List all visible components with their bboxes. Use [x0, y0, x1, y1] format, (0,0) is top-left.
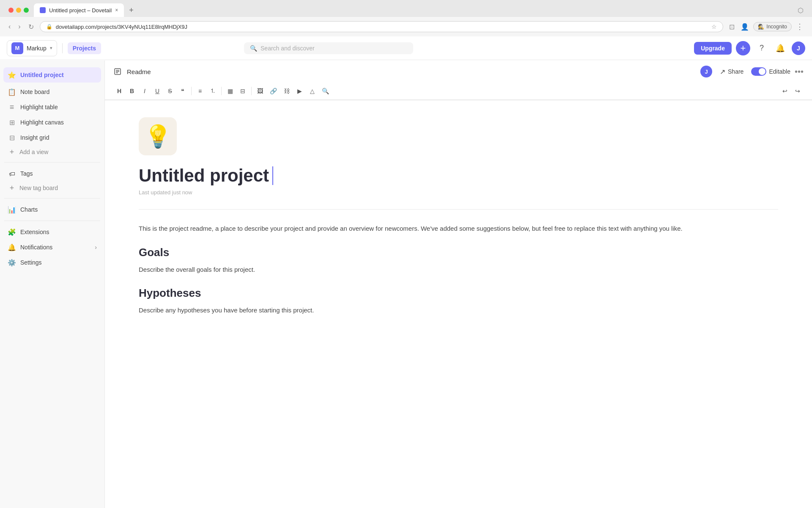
- sidebar-item-insight-grid[interactable]: ⊟ Insight grid: [3, 130, 101, 145]
- editor-content-area[interactable]: 💡 Untitled project Last updated just now…: [105, 100, 812, 508]
- readme-label: Readme: [127, 68, 151, 75]
- app-navbar: M Markup ▾ Projects 🔍 Search and discove…: [0, 36, 812, 60]
- sidebar-item-notifications[interactable]: 🔔 Notifications ›: [3, 240, 101, 255]
- redo-button[interactable]: ↪: [792, 85, 804, 97]
- extensions-icon: 🧩: [8, 228, 16, 236]
- notifications-icon: 🔔: [8, 243, 16, 251]
- sidebar-notifications-label: Notifications: [20, 244, 91, 251]
- url-bar[interactable]: 🔒 dovetailapp.com/projects/3KV4yNUq11E8l…: [40, 21, 724, 32]
- format-bold-button[interactable]: B: [126, 85, 138, 97]
- sidebar-note-board-label: Note board: [20, 88, 97, 95]
- undo-button[interactable]: ↩: [779, 85, 791, 97]
- notifications-button[interactable]: 🔔: [773, 41, 787, 55]
- project-title[interactable]: Untitled project: [139, 166, 778, 186]
- sidebar-item-tags[interactable]: 🏷 Tags: [3, 166, 101, 181]
- format-align-button[interactable]: ⊟: [237, 85, 249, 97]
- editable-toggle[interactable]: Editable: [751, 67, 790, 76]
- sidebar-add-view[interactable]: + Add a view: [3, 145, 101, 159]
- traffic-light-green[interactable]: [24, 8, 29, 13]
- add-button[interactable]: +: [736, 41, 750, 55]
- format-heading-button[interactable]: H: [113, 85, 125, 97]
- upgrade-button[interactable]: Upgrade: [694, 42, 732, 55]
- sidebar-item-settings[interactable]: ⚙️ Settings: [3, 255, 101, 270]
- search-icon: 🔍: [250, 45, 257, 52]
- nav-item-projects[interactable]: Projects: [68, 42, 101, 54]
- editor-header: Readme J ↗ Share Editable •••: [105, 61, 812, 83]
- brand-name: Markup: [27, 45, 47, 52]
- notifications-expand-icon: ›: [95, 244, 97, 251]
- format-strikethrough-button[interactable]: S: [164, 85, 176, 97]
- toolbar-divider-2: [221, 87, 222, 95]
- bookmark-icon[interactable]: ☆: [711, 23, 717, 30]
- url-text: dovetailapp.com/projects/3KV4yNUq11E8lrq…: [56, 24, 708, 30]
- sidebar-item-note-board[interactable]: 📋 Note board: [3, 84, 101, 99]
- new-tab-button[interactable]: +: [126, 4, 137, 17]
- search-placeholder: Search and discover: [261, 45, 315, 52]
- share-button[interactable]: ↗ Share: [716, 66, 747, 77]
- format-quote-button[interactable]: ❝: [177, 85, 189, 97]
- incognito-icon: 🕵: [758, 24, 764, 30]
- format-bullet-button[interactable]: ≡: [194, 85, 206, 97]
- extensions-button[interactable]: ⊡: [727, 21, 736, 33]
- tags-icon: 🏷: [8, 169, 16, 178]
- format-underline-button[interactable]: U: [151, 85, 163, 97]
- search-bar[interactable]: 🔍 Search and discover: [244, 42, 413, 54]
- sidebar-item-charts[interactable]: 📊 Charts: [3, 202, 101, 217]
- more-options-button[interactable]: •••: [795, 67, 804, 77]
- window-expand[interactable]: ⬡: [798, 6, 807, 14]
- traffic-light-yellow[interactable]: [16, 8, 21, 13]
- note-board-icon: 📋: [8, 88, 16, 96]
- sidebar-new-tag-board-label: New tag board: [19, 185, 58, 191]
- toggle-switch[interactable]: [751, 67, 766, 76]
- hypotheses-text[interactable]: Describe any hypotheses you have before …: [139, 305, 778, 316]
- reload-button[interactable]: ↻: [27, 21, 36, 33]
- browser-tab-active[interactable]: Untitled project – Dovetail ×: [34, 3, 124, 17]
- brand-avatar: M: [11, 42, 23, 54]
- format-italic-button[interactable]: I: [139, 85, 151, 97]
- format-table-button[interactable]: ▦: [224, 85, 236, 97]
- format-shape-button[interactable]: △: [306, 85, 318, 97]
- hypotheses-heading: Hypotheses: [139, 287, 778, 300]
- charts-icon: 📊: [8, 205, 16, 214]
- traffic-light-red[interactable]: [8, 8, 14, 13]
- insight-grid-icon: ⊟: [8, 133, 16, 142]
- tab-close-button[interactable]: ×: [115, 7, 118, 13]
- forward-button[interactable]: ›: [16, 21, 22, 32]
- toggle-knob: [759, 68, 765, 75]
- format-ordered-button[interactable]: ⒈: [207, 85, 219, 97]
- add-tag-board-icon: +: [8, 184, 16, 192]
- goals-text[interactable]: Describe the overall goals for this proj…: [139, 264, 778, 275]
- nav-brand[interactable]: M Markup ▾: [7, 40, 57, 56]
- sidebar-highlight-canvas-label: Highlight canvas: [20, 119, 97, 126]
- sidebar-add-view-label: Add a view: [19, 149, 48, 155]
- format-search-button[interactable]: 🔍: [319, 85, 332, 97]
- format-video-button[interactable]: ▶: [294, 85, 305, 97]
- project-emoji[interactable]: 💡: [139, 117, 177, 155]
- browser-menu-button[interactable]: ⋮: [794, 20, 805, 33]
- brand-dropdown-icon: ▾: [50, 45, 52, 51]
- sidebar-item-project[interactable]: ⭐ Untitled project: [3, 67, 101, 83]
- back-button[interactable]: ‹: [7, 21, 12, 32]
- incognito-label: Incognito: [766, 24, 787, 30]
- main-content: Readme J ↗ Share Editable •••: [105, 61, 812, 508]
- format-link-button[interactable]: 🔗: [267, 85, 280, 97]
- text-cursor: [272, 166, 273, 185]
- highlight-canvas-icon: ⊞: [8, 118, 16, 127]
- sidebar: ⭐ Untitled project 📋 Note board ≡ Highli…: [0, 61, 105, 508]
- content-divider: [139, 209, 778, 210]
- format-unlink-button[interactable]: ⛓: [281, 85, 293, 97]
- format-image-button[interactable]: 🖼: [254, 85, 266, 97]
- tab-favicon: [40, 7, 46, 13]
- intro-text[interactable]: This is the project readme, a place to d…: [139, 223, 778, 234]
- user-profile-button[interactable]: 👤: [739, 21, 751, 33]
- sidebar-item-highlight-canvas[interactable]: ⊞ Highlight canvas: [3, 115, 101, 130]
- sidebar-add-tag-board[interactable]: + New tag board: [3, 181, 101, 195]
- help-button[interactable]: ?: [754, 41, 769, 55]
- sidebar-extensions-label: Extensions: [20, 229, 97, 235]
- sidebar-item-extensions[interactable]: 🧩 Extensions: [3, 224, 101, 240]
- project-icon: ⭐: [8, 71, 16, 79]
- sidebar-item-highlight-table[interactable]: ≡ Highlight table: [3, 99, 101, 115]
- highlight-table-icon: ≡: [8, 103, 16, 111]
- user-avatar[interactable]: J: [792, 41, 805, 55]
- editor-user-avatar[interactable]: J: [700, 66, 712, 77]
